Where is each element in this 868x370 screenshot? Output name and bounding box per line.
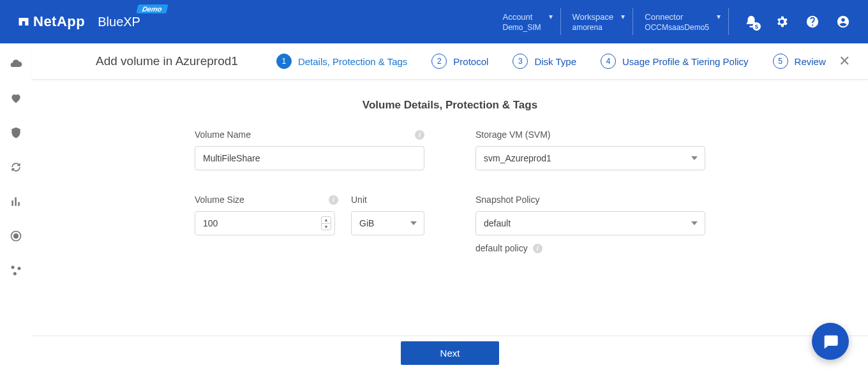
wizard-step-4[interactable]: 4 Usage Profile & Tiering Policy: [601, 54, 749, 69]
wizard-footer: Next: [32, 336, 868, 370]
left-sidebar: [0, 43, 32, 370]
wizard-step-2[interactable]: 2 Protocol: [431, 54, 488, 69]
wizard-step-1[interactable]: 1 Details, Protection & Tags: [276, 54, 407, 69]
chevron-down-icon: ▾: [621, 12, 625, 21]
unit-select[interactable]: GiB: [351, 211, 424, 235]
wizard-steps-bar: Add volume in Azureprod1 1 Details, Prot…: [32, 43, 868, 80]
demo-badge: Demo: [137, 4, 168, 13]
wizard-step-5[interactable]: 5 Review: [773, 54, 826, 69]
svg-point-2: [13, 272, 17, 276]
volume-size-input[interactable]: [195, 211, 335, 235]
sync-icon[interactable]: [10, 161, 22, 174]
field-svm: Storage VM (SVM) svm_Azureprod1: [475, 130, 705, 170]
account-selector[interactable]: Account Demo_SIM ▾: [491, 8, 560, 35]
volume-name-input[interactable]: [195, 146, 424, 170]
product-name: BlueXP Demo: [98, 15, 140, 29]
number-spinner[interactable]: ▲▼: [321, 216, 331, 230]
brand-name: NetApp: [33, 13, 85, 30]
svg-point-0: [11, 266, 15, 269]
settings-icon[interactable]: [775, 15, 789, 29]
info-icon[interactable]: i: [329, 195, 338, 205]
notifications-icon[interactable]: 5: [744, 15, 758, 29]
field-volume-name: Volume Name i: [195, 130, 424, 170]
connector-selector[interactable]: Connector OCCMsaasDemo5 ▾: [633, 8, 729, 35]
wizard-title: Add volume in Azureprod1: [96, 54, 238, 68]
notification-count: 5: [752, 22, 761, 31]
netapp-logo-icon: [18, 16, 29, 27]
snapshot-policy-select[interactable]: default: [475, 211, 705, 235]
section-title: Volume Details, Protection & Tags: [32, 80, 868, 130]
help-icon[interactable]: [805, 15, 819, 29]
field-snapshot-policy: Snapshot Policy default default policy i: [475, 195, 705, 253]
close-icon[interactable]: ✕: [839, 54, 850, 68]
heart-icon[interactable]: [10, 92, 22, 105]
app-header: NetApp BlueXP Demo Account Demo_SIM ▾ Wo…: [0, 0, 868, 43]
shield-icon[interactable]: [10, 126, 22, 139]
wizard-step-3[interactable]: 3 Disk Type: [513, 54, 576, 69]
chevron-down-icon: ▾: [549, 12, 553, 21]
next-button[interactable]: Next: [401, 341, 500, 365]
workspace-selector[interactable]: Workspace amorena ▾: [561, 8, 634, 35]
chat-icon[interactable]: [812, 323, 849, 360]
chevron-down-icon: ▾: [717, 12, 721, 21]
info-icon[interactable]: i: [415, 130, 424, 140]
target-icon[interactable]: [10, 230, 22, 242]
nodes-icon[interactable]: [10, 264, 22, 277]
cloud-icon[interactable]: [10, 57, 22, 70]
bars-icon[interactable]: [10, 195, 22, 208]
svm-select[interactable]: svm_Azureprod1: [475, 146, 705, 170]
wizard-content: Volume Details, Protection & Tags Volume…: [32, 80, 868, 336]
snapshot-policy-note: default policy i: [475, 243, 705, 253]
field-volume-size-unit: Volume Size i ▲▼ Unit: [195, 195, 424, 253]
svg-point-1: [18, 267, 21, 270]
user-icon[interactable]: [836, 15, 850, 29]
brand-logo: NetApp: [18, 13, 85, 30]
info-icon[interactable]: i: [533, 244, 542, 253]
